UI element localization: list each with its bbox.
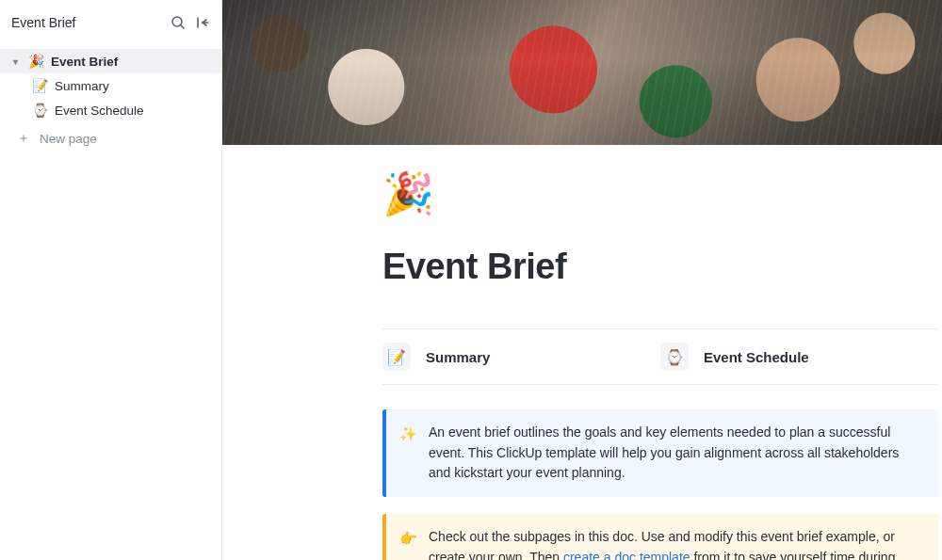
sidebar-item-label: Event Brief bbox=[51, 55, 118, 69]
new-page-button[interactable]: ＋ New page bbox=[0, 122, 221, 154]
memo-icon: 📝 bbox=[32, 78, 47, 93]
callout-tip[interactable]: 👉 Check out the subpages in this doc. Us… bbox=[382, 514, 938, 560]
sidebar-actions bbox=[171, 15, 210, 30]
new-page-label: New page bbox=[40, 132, 97, 146]
sidebar-item-label: Summary bbox=[55, 79, 109, 93]
collapse-sidebar-icon[interactable] bbox=[195, 15, 210, 30]
page-tree: ▾ 🎉 Event Brief 📝 Summary ⌚ Event Schedu… bbox=[0, 45, 221, 122]
watch-icon: ⌚ bbox=[32, 103, 47, 118]
svg-line-1 bbox=[181, 25, 184, 28]
chevron-down-icon[interactable]: ▾ bbox=[9, 56, 21, 67]
sparkles-icon: ✨ bbox=[399, 423, 417, 484]
main-content: 🎉 Event Brief 📝 Summary ⌚ Event Schedule… bbox=[222, 0, 942, 560]
memo-icon: 📝 bbox=[382, 343, 411, 371]
callout-text: Check out the subpages in this doc. Use … bbox=[429, 527, 923, 560]
doc-title[interactable]: Event Brief bbox=[11, 15, 75, 30]
callout-text: An event brief outlines the goals and ke… bbox=[429, 423, 923, 484]
subpage-card-event-schedule[interactable]: ⌚ Event Schedule bbox=[660, 343, 938, 371]
page-body: 🎉 Event Brief 📝 Summary ⌚ Event Schedule… bbox=[222, 145, 938, 560]
subpage-cards-row: 📝 Summary ⌚ Event Schedule bbox=[382, 328, 938, 385]
sidebar-header: Event Brief bbox=[0, 0, 221, 45]
create-doc-template-link[interactable]: create a doc template bbox=[563, 550, 690, 560]
sidebar: Event Brief ▾ 🎉 Event Brief 📝 Summary ⌚ … bbox=[0, 0, 222, 560]
sidebar-item-event-brief[interactable]: ▾ 🎉 Event Brief bbox=[0, 49, 221, 73]
page-title[interactable]: Event Brief bbox=[382, 247, 938, 287]
party-popper-icon: 🎉 bbox=[28, 54, 43, 69]
page-icon[interactable]: 🎉 bbox=[382, 173, 938, 215]
pointing-right-icon: 👉 bbox=[399, 527, 417, 560]
callout-info[interactable]: ✨ An event brief outlines the goals and … bbox=[382, 409, 938, 497]
subpage-card-label: Summary bbox=[426, 349, 490, 365]
sidebar-item-summary[interactable]: 📝 Summary bbox=[0, 73, 221, 98]
subpage-card-summary[interactable]: 📝 Summary bbox=[382, 343, 660, 371]
sidebar-item-event-schedule[interactable]: ⌚ Event Schedule bbox=[0, 98, 221, 122]
plus-icon: ＋ bbox=[17, 130, 30, 147]
watch-icon: ⌚ bbox=[660, 343, 689, 371]
sidebar-item-label: Event Schedule bbox=[55, 104, 144, 118]
cover-image[interactable] bbox=[222, 0, 942, 145]
subpage-card-label: Event Schedule bbox=[704, 349, 809, 365]
search-icon[interactable] bbox=[171, 15, 186, 30]
